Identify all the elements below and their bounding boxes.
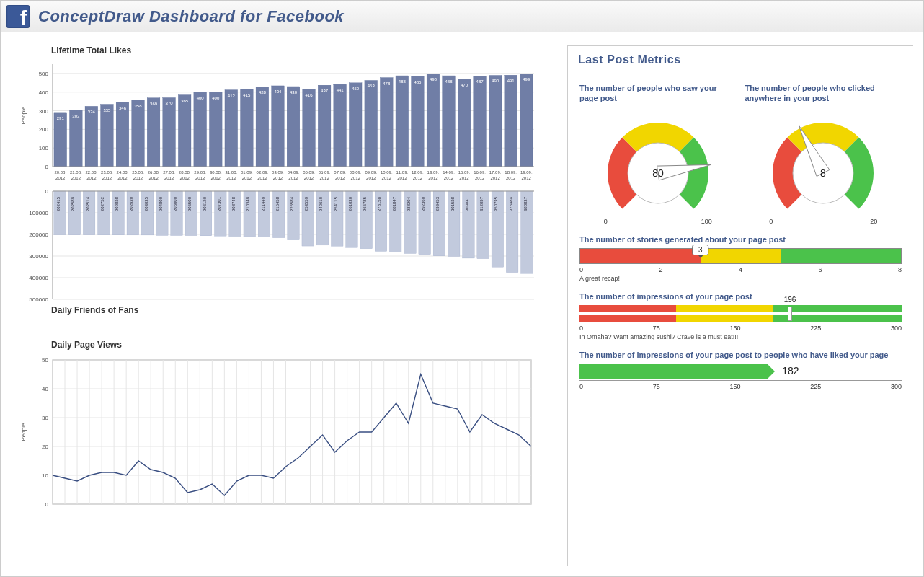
svg-text:2012: 2012 — [304, 176, 314, 180]
svg-text:210349: 210349 — [246, 196, 250, 211]
svg-rect-25 — [101, 105, 114, 167]
svg-text:346: 346 — [119, 106, 127, 110]
svg-text:300000: 300000 — [29, 253, 48, 260]
svg-text:500000: 500000 — [29, 296, 48, 303]
svg-text:202752: 202752 — [100, 196, 105, 211]
svg-text:254115: 254115 — [334, 196, 338, 211]
left-column: Lifetime Total Likes 0100200300400500Peo… — [1, 32, 563, 576]
svg-text:2012: 2012 — [71, 176, 81, 180]
impressions-ticks: 075150225300 — [579, 325, 902, 332]
views-chart-title: Daily Page Views — [51, 340, 554, 350]
svg-text:02.09.: 02.09. — [257, 170, 269, 175]
svg-rect-17 — [69, 110, 82, 167]
svg-text:2012: 2012 — [133, 176, 143, 180]
svg-text:19.09.: 19.09. — [520, 170, 533, 175]
title-bar: f ConceptDraw Dashboard for Facebook — [1, 1, 923, 32]
svg-text:380837: 380837 — [523, 196, 528, 211]
svg-text:291: 291 — [57, 116, 65, 120]
svg-text:2012: 2012 — [242, 176, 252, 180]
svg-text:100: 100 — [39, 145, 49, 151]
svg-rect-113 — [443, 76, 456, 167]
svg-text:08.09.: 08.09. — [350, 170, 362, 175]
svg-text:400: 400 — [212, 96, 220, 100]
svg-text:2012: 2012 — [226, 176, 236, 180]
svg-text:498: 498 — [430, 77, 437, 82]
svg-text:2012: 2012 — [413, 176, 423, 180]
svg-text:253559: 253559 — [304, 196, 308, 211]
gauge-saw: The number of people who saw your page p… — [579, 83, 737, 225]
last-post-body: The number of people who saw your page p… — [568, 74, 913, 399]
svg-text:100000: 100000 — [29, 210, 48, 216]
svg-text:205500: 205500 — [187, 196, 192, 211]
svg-text:500: 500 — [39, 71, 49, 77]
svg-text:2012: 2012 — [86, 176, 97, 180]
svg-text:415: 415 — [243, 93, 251, 97]
content-area: Lifetime Total Likes 0100200300400500Peo… — [1, 32, 923, 576]
svg-text:202514: 202514 — [86, 196, 90, 211]
svg-rect-101 — [396, 76, 409, 167]
stories-ticks: 02468 — [579, 266, 902, 273]
impressions-liked-track: 182 — [579, 364, 902, 381]
stories-section: The number of stories generated about yo… — [579, 235, 902, 282]
stories-title: The number of stories generated about yo… — [579, 235, 902, 244]
svg-text:288294: 288294 — [407, 196, 411, 211]
svg-rect-129 — [505, 75, 517, 167]
svg-text:16.09.: 16.09. — [474, 170, 486, 175]
svg-text:208748: 208748 — [231, 196, 236, 211]
svg-text:21.08.: 21.08. — [70, 170, 82, 175]
svg-rect-49 — [194, 92, 207, 167]
svg-text:205000: 205000 — [173, 196, 177, 211]
svg-text:2012: 2012 — [522, 176, 532, 180]
svg-text:30: 30 — [42, 415, 48, 421]
svg-text:0: 0 — [45, 164, 49, 170]
svg-text:261030: 261030 — [348, 196, 352, 211]
svg-text:478: 478 — [383, 82, 391, 86]
gauge-saw-max: 100 — [701, 218, 712, 225]
svg-rect-77 — [303, 89, 316, 167]
svg-text:2012: 2012 — [459, 176, 469, 180]
svg-rect-121 — [474, 76, 487, 167]
svg-text:06.09.: 06.09. — [319, 170, 331, 175]
svg-rect-97 — [380, 78, 393, 167]
svg-text:2012: 2012 — [506, 176, 516, 180]
svg-text:490: 490 — [492, 79, 499, 83]
app-title: ConceptDraw Dashboard for Facebook — [38, 7, 344, 26]
likes-chart: 0100200300400500People29120.08.201230321… — [15, 60, 554, 190]
svg-text:15.09.: 15.09. — [458, 170, 471, 175]
last-post-title: Last Post Metrics — [568, 46, 913, 74]
svg-text:People: People — [20, 423, 27, 441]
svg-text:281847: 281847 — [392, 196, 396, 211]
gauge-click-min: 0 — [769, 218, 773, 225]
gauge-click-title: The number of people who clicked anywher… — [745, 83, 902, 104]
svg-text:200: 200 — [39, 126, 49, 133]
svg-rect-45 — [178, 95, 191, 167]
svg-text:2012: 2012 — [288, 176, 298, 180]
svg-text:204800: 204800 — [159, 196, 163, 211]
svg-text:202589: 202589 — [71, 196, 75, 211]
svg-text:12.09.: 12.09. — [412, 170, 424, 175]
svg-text:03.09.: 03.09. — [272, 170, 284, 175]
svg-text:202415: 202415 — [56, 196, 61, 211]
svg-text:14.09.: 14.09. — [443, 170, 455, 175]
svg-rect-33 — [132, 100, 145, 167]
impressions-title: The number of impressions of your page p… — [579, 292, 902, 301]
svg-text:2012: 2012 — [257, 176, 267, 180]
svg-text:28.08.: 28.08. — [179, 170, 191, 175]
svg-text:40: 40 — [42, 386, 48, 392]
svg-text:80: 80 — [652, 167, 664, 179]
svg-text:30.08.: 30.08. — [210, 170, 222, 175]
svg-rect-93 — [365, 80, 378, 167]
gauge-saw-title: The number of people who saw your page p… — [579, 83, 737, 104]
svg-text:265785: 265785 — [363, 196, 367, 211]
svg-rect-105 — [412, 76, 425, 167]
svg-rect-57 — [225, 90, 238, 167]
svg-text:26.08.: 26.08. — [148, 170, 160, 175]
svg-text:10: 10 — [42, 472, 48, 479]
svg-text:412: 412 — [228, 94, 236, 98]
svg-text:249619: 249619 — [319, 196, 323, 211]
svg-text:400: 400 — [197, 96, 205, 100]
svg-text:2012: 2012 — [148, 176, 159, 180]
svg-text:20.08.: 20.08. — [54, 170, 66, 175]
svg-text:07.09.: 07.09. — [334, 170, 346, 175]
svg-text:301538: 301538 — [450, 196, 455, 211]
